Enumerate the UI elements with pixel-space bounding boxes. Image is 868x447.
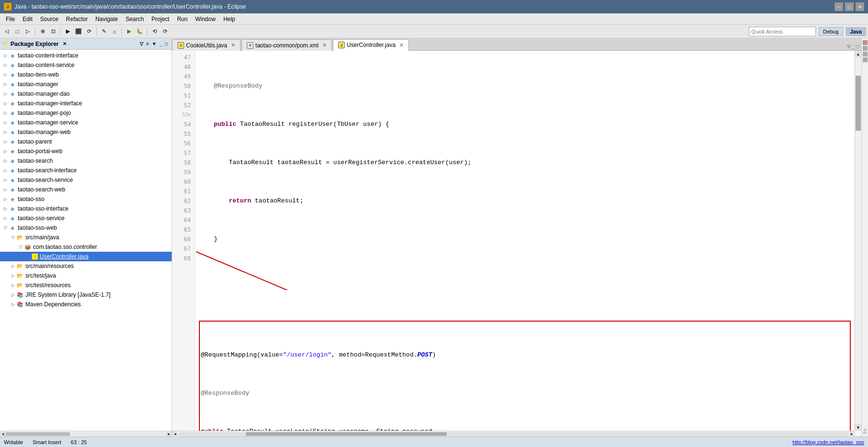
menu-project[interactable]: Project [148, 15, 173, 23]
tree-item-src-main-java[interactable]: ▽ 📂 src/main/java [0, 233, 172, 242]
tree-item-content-service[interactable]: ▷ ◈ taotao-content-service [0, 60, 172, 70]
tab-min-btn[interactable]: _ [852, 44, 855, 50]
toolbar-btn-3[interactable]: ▷ [23, 27, 33, 36]
tree-item-search[interactable]: ▷ ◈ taotao-search [0, 156, 172, 166]
pe-settings-btn[interactable]: ▼ [151, 41, 157, 47]
tree-item-content-interface[interactable]: ▷ ◈ taotao-content-interface [0, 51, 172, 60]
tree-item-maven-deps[interactable]: ▷ 📚 Maven Dependencies [0, 300, 172, 309]
pe-menu-btn[interactable]: ≡ [145, 41, 150, 47]
tab-pom[interactable]: X taotao-common/pom.xml ✕ [242, 39, 332, 51]
h-scroll-thumb[interactable] [246, 432, 447, 436]
close-button[interactable]: ✕ [856, 2, 864, 11]
tab-cookieutils[interactable]: J CookieUtils.java ✕ [172, 39, 241, 51]
tree-item-item-web[interactable]: ▷ ◈ taotao-item-web [0, 70, 172, 79]
tree-item-search-service[interactable]: ▷ ◈ taotao-search-service [0, 175, 172, 185]
pe-collapse-btn[interactable]: ▽ [139, 41, 144, 47]
scroll-thumb[interactable] [856, 76, 861, 131]
pe-hscroll[interactable]: ◀ ▶ [0, 431, 172, 436]
project-icon: ◈ [9, 90, 16, 98]
tree-item-portal-web[interactable]: ▷ ◈ taotao-portal-web [0, 146, 172, 156]
code-line-51: } [199, 235, 851, 244]
tab-list-btn[interactable]: ▽ [847, 43, 850, 50]
window-controls[interactable]: ─ □ ✕ [835, 2, 864, 11]
toolbar-btn-9[interactable]: ✎ [99, 27, 109, 36]
rs-btn-2[interactable] [863, 46, 868, 51]
tab-usercontroller[interactable]: J UserController.java ✕ [333, 39, 409, 51]
toolbar-btn-2[interactable]: □ [12, 27, 22, 36]
tab-close-btn[interactable]: ✕ [231, 42, 235, 48]
tree-item-src-test-java[interactable]: ▷ 📂 src/test/java [0, 271, 172, 280]
tree-item-jre[interactable]: ▷ 📚 JRE System Library [JavaSE-1.7] [0, 290, 172, 300]
menu-source[interactable]: Source [36, 15, 62, 23]
right-sidebar: Ju [861, 38, 868, 436]
toolbar-btn-8[interactable]: ⟳ [84, 27, 94, 36]
pe-max-btn[interactable]: □ [164, 41, 169, 47]
java-perspective-btn[interactable]: Java [846, 27, 866, 36]
tab-max-btn[interactable]: □ [856, 44, 859, 50]
tree-item-sso-interface[interactable]: ▷ ◈ taotao-sso-interface [0, 204, 172, 213]
tree-item-search-web[interactable]: ▷ ◈ taotao-search-web [0, 185, 172, 194]
toolbar-btn-1[interactable]: ◁ [2, 27, 11, 36]
tree-label: taotao-sso-interface [18, 205, 68, 212]
scroll-up-btn[interactable]: ▲ [855, 51, 861, 57]
menu-file[interactable]: File [2, 15, 19, 23]
toolbar-btn-7[interactable]: ⬛ [74, 27, 83, 36]
tree-item-sso-service[interactable]: ▷ ◈ taotao-sso-service [0, 213, 172, 223]
toolbar-btn-6[interactable]: ▶ [63, 27, 73, 36]
tree-item-parent[interactable]: ▷ ◈ taotao-parent [0, 137, 172, 146]
tree-item-manager-interface[interactable]: ▷ ◈ taotao-manager-interface [0, 99, 172, 108]
tab-close-btn[interactable]: ✕ [399, 42, 404, 48]
status-url[interactable]: http://blog.csdn.net/taotao_sso [792, 439, 864, 445]
h-scroll-left-btn[interactable]: ◀ [172, 431, 178, 437]
code-editor[interactable]: ▲ ▼ 47 48 49 50 51 52 53⊙ 54 55 56 57 58 [172, 51, 861, 431]
rs-btn-3[interactable] [863, 52, 868, 56]
toolbar-btn-5[interactable]: ⊡ [48, 27, 58, 36]
toolbar-btn-4[interactable]: ⊕ [38, 27, 47, 36]
tree-item-sso[interactable]: ▷ ◈ taotao-sso [0, 194, 172, 204]
code-content[interactable]: @ResponseBody public TaotaoResult regist… [195, 51, 855, 431]
toolbar-btn-10[interactable]: ⌂ [110, 27, 119, 36]
pe-scroll-right[interactable]: ▶ [166, 432, 172, 436]
pe-min-btn[interactable]: _ [158, 41, 163, 47]
menu-search[interactable]: Search [122, 15, 148, 23]
tree-item-search-interface[interactable]: ▷ ◈ taotao-search-interface [0, 166, 172, 175]
h-scroll-right-btn[interactable]: ▶ [849, 431, 855, 437]
toolbar-run-btn[interactable]: ▶ [124, 27, 134, 36]
toolbar-sep-2 [60, 27, 61, 36]
toolbar-btn-12[interactable]: ⟳ [160, 27, 170, 36]
tree-item-src-main-res[interactable]: ▷ 📂 src/main/resources [0, 261, 172, 271]
rs-btn-1[interactable] [863, 40, 868, 45]
pe-close-icon[interactable]: ✕ [63, 41, 66, 46]
menu-window[interactable]: Window [191, 15, 220, 23]
tree-item-manager-web[interactable]: ▷ ◈ taotao-manager-web [0, 127, 172, 137]
pe-scroll-left[interactable]: ◀ [0, 432, 6, 436]
tree-item-manager-pojo[interactable]: ▷ ◈ taotao-manager-pojo [0, 108, 172, 118]
menu-edit[interactable]: Edit [19, 15, 36, 23]
scroll-down-btn[interactable]: ▼ [855, 424, 861, 431]
menu-refactor[interactable]: Refactor [62, 15, 91, 23]
menu-help[interactable]: Help [220, 15, 239, 23]
pe-scroll-thumb[interactable] [6, 432, 70, 436]
debug-perspective-btn[interactable]: Debug [819, 27, 843, 36]
tab-close-btn[interactable]: ✕ [322, 42, 327, 48]
tree-item-usercontroller[interactable]: J UserController.java [0, 252, 172, 261]
tree-item-sso-web[interactable]: ▽ ◈ taotao-sso-web [0, 223, 172, 233]
menu-run[interactable]: Run [173, 15, 191, 23]
quick-access-input[interactable] [749, 27, 816, 36]
toolbar-btn-11[interactable]: ⟲ [150, 27, 159, 36]
maximize-button[interactable]: □ [845, 2, 854, 11]
toolbar-debug-btn[interactable]: 🐛 [135, 27, 144, 36]
menu-navigate[interactable]: Navigate [91, 15, 121, 23]
h-scroll-track[interactable] [179, 432, 848, 436]
vertical-scrollbar[interactable]: ▲ ▼ [855, 51, 861, 431]
rs-btn-4[interactable] [863, 57, 868, 62]
tree-item-manager-dao[interactable]: ▷ ◈ taotao-manager-dao [0, 89, 172, 99]
tree-item-manager-service[interactable]: ▷ ◈ taotao-manager-service [0, 118, 172, 127]
pe-scroll-track[interactable] [6, 432, 166, 436]
minimize-button[interactable]: ─ [835, 2, 843, 11]
tree-item-manager[interactable]: ▷ ◈ taotao-manager [0, 79, 172, 89]
tree-item-src-test-res[interactable]: ▷ 📂 src/test/resources [0, 280, 172, 290]
line-68: 68 [172, 254, 195, 263]
horizontal-scrollbar[interactable]: ◀ ▶ [172, 431, 855, 436]
tree-item-package[interactable]: ▽ 📦 com.taotao.sso.controller [0, 242, 172, 252]
